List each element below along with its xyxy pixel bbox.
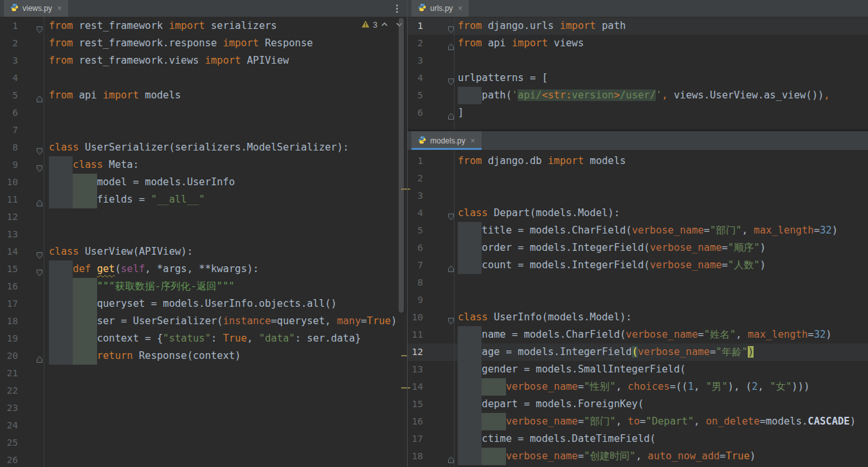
code-line[interactable]: 13 <box>0 226 407 243</box>
code-line[interactable]: 18 ser = UserSerializer(instance=queryse… <box>0 313 407 330</box>
code-line[interactable]: 9 class Meta: <box>0 156 407 174</box>
line-number[interactable]: 14 <box>0 243 18 261</box>
line-number[interactable]: 13 <box>408 361 423 378</box>
code-line[interactable]: 2from rest_framework.response import Res… <box>0 35 407 52</box>
line-number[interactable]: 26 <box>0 452 18 467</box>
line-number[interactable]: 12 <box>408 343 423 361</box>
code-line[interactable]: 14 verbose_name="性别", choices=((1, "男"),… <box>408 378 868 396</box>
line-number[interactable]: 5 <box>0 87 18 104</box>
line-number[interactable]: 17 <box>0 295 18 313</box>
fold-marker-icon[interactable] <box>36 22 43 30</box>
tab-models-py[interactable]: models.py × <box>411 131 482 150</box>
line-number[interactable]: 10 <box>0 174 18 191</box>
fold-marker-icon[interactable] <box>36 248 43 255</box>
code-line[interactable]: 7 <box>0 122 407 139</box>
code-line[interactable]: 11 name = models.CharField(verbose_name=… <box>408 326 868 343</box>
code-line[interactable]: 15 def get(self, *args, **kwargs): <box>0 261 407 278</box>
line-number[interactable]: 1 <box>0 17 18 35</box>
close-icon[interactable]: × <box>458 4 462 13</box>
tab-urls-py[interactable]: urls.py × <box>411 0 469 17</box>
fold-marker-icon[interactable] <box>36 143 43 151</box>
fold-marker-icon[interactable] <box>36 196 43 203</box>
line-number[interactable]: 18 <box>408 448 423 465</box>
line-number[interactable]: 5 <box>408 87 423 104</box>
code-line[interactable]: 4class Depart(models.Model): <box>408 205 868 222</box>
code-line[interactable]: 23 <box>0 399 407 417</box>
line-number[interactable]: 2 <box>408 35 423 52</box>
code-line[interactable]: 6] <box>408 104 868 122</box>
line-number[interactable]: 22 <box>0 382 18 399</box>
code-line[interactable]: 19 context = {"status": True, "data": se… <box>0 330 407 347</box>
line-number[interactable]: 5 <box>408 222 423 239</box>
fold-marker-icon[interactable] <box>36 161 43 169</box>
line-number[interactable]: 18 <box>0 313 18 330</box>
line-number[interactable]: 20 <box>0 347 18 365</box>
line-number[interactable]: 3 <box>0 52 18 69</box>
line-number[interactable]: 2 <box>0 35 18 52</box>
line-number[interactable]: 4 <box>0 69 18 87</box>
line-number[interactable]: 6 <box>408 104 423 122</box>
code-line[interactable]: 4urlpatterns = [ <box>408 69 868 87</box>
tab-views-py[interactable]: views.py × <box>4 0 68 17</box>
chevron-up-icon[interactable] <box>381 21 388 30</box>
code-line[interactable]: 6 <box>0 104 407 122</box>
code-line[interactable]: 6 order = models.IntegerField(verbose_na… <box>408 239 868 257</box>
code-line[interactable]: 8 <box>408 274 868 291</box>
code-line[interactable]: 1from rest_framework import serializers <box>0 17 407 35</box>
code-line[interactable]: 5 title = models.CharField(verbose_name=… <box>408 222 868 239</box>
code-line[interactable]: 15 depart = models.ForeignKey( <box>408 396 868 413</box>
fold-marker-icon[interactable] <box>36 352 43 360</box>
line-number[interactable]: 11 <box>0 191 18 208</box>
line-number[interactable]: 9 <box>408 291 423 309</box>
code-line[interactable]: 7 count = models.IntegerField(verbose_na… <box>408 257 868 274</box>
code-line[interactable]: 4 <box>0 69 407 87</box>
line-number[interactable]: 1 <box>408 152 423 170</box>
line-number[interactable]: 4 <box>408 205 423 222</box>
line-number[interactable]: 1 <box>408 17 423 35</box>
code-line[interactable]: 3 <box>408 52 868 69</box>
line-number[interactable]: 16 <box>0 278 18 295</box>
fold-marker-icon[interactable] <box>36 265 43 273</box>
line-number[interactable]: 21 <box>0 365 18 382</box>
line-number[interactable]: 7 <box>0 122 18 139</box>
line-number[interactable]: 6 <box>0 104 18 122</box>
warning-triangle-icon[interactable] <box>361 20 370 30</box>
code-line[interactable]: 16 """获取数据-序列化-返回""" <box>0 278 407 295</box>
code-line[interactable]: 8class UserSerializer(serializers.ModelS… <box>0 139 407 156</box>
code-line[interactable]: 24 <box>0 417 407 434</box>
code-line[interactable]: 5from api import models <box>0 87 407 104</box>
code-line[interactable]: 9 <box>408 291 868 309</box>
code-line[interactable]: 3from rest_framework.views import APIVie… <box>0 52 407 69</box>
code-line[interactable]: 20 return Response(context) <box>0 347 407 365</box>
code-line[interactable]: 22 <box>0 382 407 399</box>
line-number[interactable]: 9 <box>0 156 18 174</box>
line-number[interactable]: 16 <box>408 413 423 430</box>
code-line[interactable]: 10class UserInfo(models.Model): <box>408 309 868 326</box>
code-line[interactable]: 17 queryset = models.UserInfo.objects.al… <box>0 295 407 313</box>
line-number[interactable]: 15 <box>0 261 18 278</box>
line-number[interactable]: 4 <box>408 69 423 87</box>
editor-models-py[interactable]: 1from django.db import models234class De… <box>408 150 868 467</box>
editor-views-py[interactable]: 1from rest_framework import serializers2… <box>0 17 407 467</box>
close-icon[interactable]: × <box>57 4 62 13</box>
line-number[interactable]: 23 <box>0 399 18 417</box>
code-line[interactable]: 1from django.urls import path <box>408 17 868 35</box>
close-icon[interactable]: × <box>471 136 475 145</box>
editor-urls-py[interactable]: 1from django.urls import path2from api i… <box>408 17 868 129</box>
code-line[interactable]: 12 age = models.IntegerField(verbose_nam… <box>408 343 868 361</box>
line-number[interactable]: 24 <box>0 417 18 434</box>
line-number[interactable]: 8 <box>0 139 18 156</box>
line-number[interactable]: 10 <box>408 309 423 326</box>
line-number[interactable]: 7 <box>408 257 423 274</box>
code-line[interactable]: 18 verbose_name="创建时间", auto_now_add=Tru… <box>408 448 868 465</box>
line-number[interactable]: 14 <box>408 378 423 396</box>
line-number[interactable]: 19 <box>0 330 18 347</box>
line-number[interactable]: 12 <box>0 208 18 226</box>
code-line[interactable]: 21 <box>0 365 407 382</box>
code-line[interactable]: 10 model = models.UserInfo <box>0 174 407 191</box>
kebab-menu-icon[interactable] <box>392 3 402 14</box>
code-line[interactable]: 16 verbose_name="部门", to="Depart", on_de… <box>408 413 868 430</box>
code-line[interactable]: 26 <box>0 452 407 467</box>
fold-marker-icon[interactable] <box>36 91 43 99</box>
code-line[interactable]: 1from django.db import models <box>408 152 868 170</box>
